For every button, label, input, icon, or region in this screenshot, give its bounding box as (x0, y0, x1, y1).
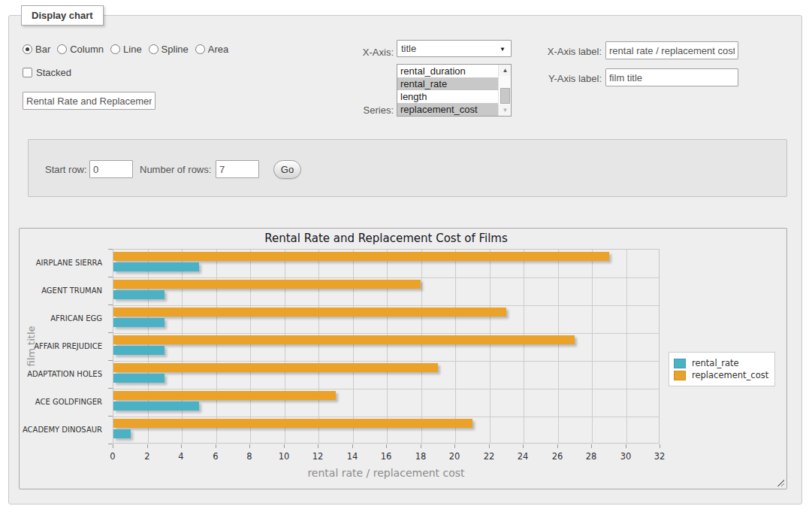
bar-replacement_cost (113, 335, 575, 344)
x-tick-mark (489, 444, 490, 448)
radio-label: Spline (161, 44, 189, 55)
x-axis-select-label: X-Axis: (323, 47, 394, 58)
x-tick-label: 2 (134, 451, 161, 462)
y-axis-label-input[interactable] (605, 68, 738, 86)
stacked-checkbox[interactable] (23, 68, 32, 77)
category-label: ADAPTATION HOLES (20, 370, 107, 378)
fieldset-legend: Display chart (21, 5, 104, 26)
gridline-vertical (216, 250, 217, 443)
category-label: ACE GOLDFINGER (20, 398, 107, 406)
y-axis-label-caption: Y-Axis label: (526, 73, 602, 84)
bar-rental_rate (113, 374, 165, 383)
x-tick-mark (386, 444, 387, 448)
legend-swatch (674, 359, 686, 368)
x-tick-label: 12 (304, 451, 331, 462)
chart-title-input[interactable] (23, 92, 155, 110)
x-tick-label: 4 (168, 451, 195, 462)
x-tick-label: 22 (475, 451, 503, 462)
x-tick-mark (421, 444, 421, 448)
x-tick-mark (523, 444, 524, 448)
legend-item-replacement_cost: replacement_cost (674, 370, 768, 380)
gridline-vertical (421, 250, 422, 443)
y-tick-mark (108, 360, 113, 361)
scroll-down-icon[interactable]: ▼ (499, 105, 512, 116)
x-tick-label: 28 (578, 451, 605, 462)
gridline-vertical (490, 250, 491, 443)
radio-icon[interactable] (110, 44, 120, 54)
number-of-rows-input[interactable] (216, 160, 259, 178)
x-tick-mark (181, 444, 182, 448)
series-option-rental_rate[interactable]: rental_rate (397, 77, 498, 90)
gridline-horizontal (113, 333, 659, 334)
bar-replacement_cost (113, 391, 336, 400)
gridline-vertical (353, 250, 354, 443)
bar-rental_rate (113, 290, 165, 299)
bar-rental_rate (113, 318, 165, 327)
y-tick-mark (108, 277, 113, 277)
x-tick-label: 24 (509, 451, 536, 462)
chart-type-radio-line[interactable]: Line (110, 44, 142, 55)
chart-type-radio-column[interactable]: Column (57, 44, 104, 55)
chart-legend: rental_ratereplacement_cost (669, 352, 775, 386)
bar-replacement_cost (113, 252, 609, 261)
scroll-up-icon[interactable]: ▲ (499, 65, 512, 76)
legend-label: rental_rate (692, 358, 739, 368)
series-scrollbar[interactable]: ▲ ▼ (498, 65, 511, 116)
start-row-label: Start row: (45, 164, 87, 175)
series-select-label: Series: (323, 105, 394, 116)
gridline-vertical (285, 250, 285, 443)
gridline-horizontal (113, 305, 659, 306)
x-tick-label: 10 (270, 451, 297, 462)
category-label: AFFAIR PREJUDICE (20, 342, 107, 350)
chart-type-radio-bar[interactable]: Bar (23, 44, 50, 55)
x-tick-mark (660, 444, 660, 448)
chart-container: Rental Rate and Replacement Cost of Film… (19, 228, 787, 489)
gridline-vertical (558, 250, 559, 443)
legend-label: replacement_cost (692, 370, 768, 380)
x-tick-mark (113, 444, 113, 448)
go-button[interactable]: Go (273, 160, 301, 179)
radio-icon[interactable] (195, 44, 205, 54)
x-tick-mark (249, 444, 250, 448)
gridline-horizontal (113, 389, 659, 389)
bar-replacement_cost (113, 363, 438, 372)
x-axis-select[interactable]: title ▼ (397, 40, 512, 57)
chevron-down-icon: ▼ (500, 46, 506, 53)
category-label: AIRPLANE SIERRA (20, 259, 107, 267)
chart-type-radio-spline[interactable]: Spline (149, 44, 189, 55)
gridline-horizontal (113, 361, 659, 362)
bar-replacement_cost (113, 308, 506, 317)
series-option-rental_duration[interactable]: rental_duration (397, 65, 498, 77)
resize-handle-icon[interactable] (775, 477, 784, 486)
x-axis-label-input[interactable] (605, 41, 738, 59)
y-tick-mark (108, 388, 113, 389)
series-options: rental_durationrental_ratelengthreplacem… (397, 65, 511, 116)
series-option-length[interactable]: length (397, 90, 498, 103)
scrollbar-thumb[interactable] (500, 88, 510, 104)
chart-type-radio-area[interactable]: Area (195, 44, 228, 55)
plot-area (113, 249, 660, 444)
page: Display chart BarColumnLineSplineArea St… (0, 0, 812, 512)
radio-icon[interactable] (23, 44, 32, 54)
chart-type-radio-group: BarColumnLineSplineArea (23, 43, 235, 55)
x-tick-mark (216, 444, 216, 448)
gridline-vertical (455, 250, 456, 443)
x-tick-label: 0 (99, 451, 126, 462)
radio-icon[interactable] (149, 44, 158, 54)
radio-label: Area (208, 44, 228, 55)
radio-label: Bar (35, 44, 50, 55)
x-tick-label: 20 (441, 451, 468, 462)
y-tick-mark (108, 249, 113, 250)
x-tick-label: 32 (646, 451, 673, 462)
x-tick-mark (454, 444, 455, 448)
start-row-input[interactable] (89, 160, 133, 178)
stacked-label: Stacked (36, 67, 71, 78)
chart-x-axis-title: rental rate / replacement cost (113, 467, 660, 479)
series-multiselect[interactable]: rental_durationrental_ratelengthreplacem… (397, 64, 512, 117)
legend-item-rental_rate: rental_rate (674, 358, 768, 368)
stacked-checkbox-row[interactable]: Stacked (23, 67, 71, 78)
radio-icon[interactable] (57, 44, 67, 54)
gridline-vertical (626, 250, 627, 443)
category-label: ACADEMY DINOSAUR (20, 426, 107, 434)
series-option-replacement_cost[interactable]: replacement_cost (397, 103, 498, 116)
